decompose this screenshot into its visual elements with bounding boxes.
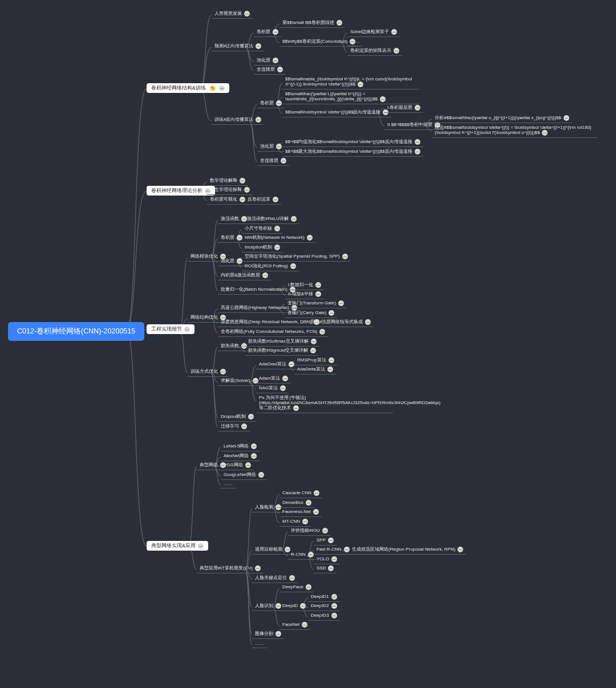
node-adadelta[interactable]: AdaDelta算法— xyxy=(294,365,336,374)
expand-icon[interactable]: — xyxy=(300,603,306,609)
node-backprop[interactable]: 训练#反向传播算法— xyxy=(212,116,264,125)
expand-icon[interactable]: — xyxy=(184,327,190,332)
node-conv-layer-fwd[interactable]: 卷积层— xyxy=(254,28,281,37)
expand-icon[interactable]: — xyxy=(282,376,288,381)
node-deepid2[interactable]: DeepID2— xyxy=(308,602,340,611)
node-spp2[interactable]: SPP— xyxy=(314,536,337,545)
expand-icon[interactable]: — xyxy=(307,235,313,241)
node-ssd[interactable]: SSD— xyxy=(314,564,337,573)
node-deepface[interactable]: DeepFace— xyxy=(279,583,314,592)
branch-engineering[interactable]: 工程实现细节— xyxy=(147,324,194,334)
expand-icon[interactable]: — xyxy=(338,300,344,306)
node-sobel[interactable]: Sobel边缘检测算子— xyxy=(347,28,400,37)
node-iou[interactable]: 评价指标#IOU— xyxy=(288,527,331,536)
node-adam[interactable]: Adam算法— xyxy=(256,374,291,384)
node-lenet5[interactable]: LeNet-5网络— xyxy=(221,442,260,451)
node-yolo[interactable]: YOLO— xyxy=(314,555,340,564)
expand-icon[interactable]: — xyxy=(331,613,337,618)
node-conv-matrix[interactable]: 卷积运算的矩阵表示— xyxy=(347,47,402,56)
expand-icon[interactable]: — xyxy=(280,385,286,391)
expand-icon[interactable]: — xyxy=(542,130,548,136)
expand-icon[interactable]: — xyxy=(256,117,261,123)
node-conv-opt[interactable]: 卷积层— xyxy=(218,234,245,243)
node-partial-b[interactable]: $$\small\frac{\partial L}{\partial b^{(l… xyxy=(282,90,419,104)
node-relu[interactable]: 激活函数#ReLU详解— xyxy=(244,215,299,224)
branch-theory[interactable]: 卷积神经网络理论分析— xyxy=(147,186,215,196)
node-train-opt[interactable]: 训练方式优化— xyxy=(188,368,229,377)
expand-icon[interactable]: — xyxy=(276,144,282,149)
node-rcnn[interactable]: R-CNN— xyxy=(288,551,317,560)
node-spp[interactable]: 空间金字塔池化(Spatial Pyramid Pooling, SPP)— xyxy=(242,253,351,262)
expand-icon[interactable]: — xyxy=(245,462,251,468)
node-densebox[interactable]: DenseBox— xyxy=(279,499,314,508)
node-roi-pool[interactable]: ROI池化(ROI Polling)— xyxy=(242,262,299,271)
expand-icon[interactable]: — xyxy=(274,226,280,231)
node-dropout[interactable]: Dropout机制— xyxy=(218,413,257,422)
node-delta-recurse[interactable]: $$\small\boldsymbol \delta^{(l)}$$反向传递递推… xyxy=(282,108,391,117)
expand-icon[interactable]: — xyxy=(380,96,386,102)
expand-icon[interactable]: — xyxy=(302,622,307,628)
expand-icon[interactable]: — xyxy=(394,48,399,54)
expand-icon[interactable]: — xyxy=(310,348,316,353)
node-etc-nets[interactable]: …… xyxy=(221,480,236,488)
expand-icon[interactable]: — xyxy=(328,565,334,571)
node-nag[interactable]: NAG算法— xyxy=(256,384,289,393)
expand-icon[interactable]: — xyxy=(342,254,348,259)
node-fc-layer-fwd[interactable]: 全连接层— xyxy=(254,66,286,75)
node-conclusion[interactable]: 结论#$$\small\boldsymbol \delta^{(l)} = \b… xyxy=(432,124,597,138)
expand-icon[interactable]: — xyxy=(248,414,254,420)
node-googlenet[interactable]: GoogLeNet网络— xyxy=(221,471,267,480)
expand-icon[interactable]: — xyxy=(289,361,294,367)
node-analysis[interactable]: 分析#$$\small\frac{\partial u_{ij}^{(l+1)}… xyxy=(432,114,572,123)
node-carry-gate[interactable]: 直输门(Carry Gate)— xyxy=(285,309,337,318)
expand-icon[interactable]: — xyxy=(244,187,250,193)
node-pool-opt[interactable]: 池化层— xyxy=(218,257,245,266)
node-transfer[interactable]: 迁移学习— xyxy=(218,422,250,431)
branch-structure-training[interactable]: 卷积神经网络结构&训练 ✎ — xyxy=(147,83,229,93)
node-math-theory[interactable]: 数学理论解释— xyxy=(207,177,248,186)
expand-icon[interactable]: — xyxy=(290,263,296,269)
node-bio-theory[interactable]: 仿生学理论探释— xyxy=(207,186,253,195)
node-obj-detect[interactable]: 通用目标检测— xyxy=(252,545,293,555)
expand-icon[interactable]: — xyxy=(331,603,337,609)
expand-icon[interactable]: — xyxy=(306,500,311,506)
expand-icon[interactable]: — xyxy=(273,29,278,35)
expand-icon[interactable]: — xyxy=(457,547,463,552)
node-alexnet[interactable]: AlexNet网络— xyxy=(221,452,260,461)
node-conv-overview[interactable]: 第$$\small l$$卷积层综述— xyxy=(279,19,345,28)
expand-icon[interactable]: — xyxy=(277,67,283,72)
node-deepid1[interactable]: DeepID1— xyxy=(308,593,340,602)
node-fc-layer-bp[interactable]: 全连接层— xyxy=(257,157,289,166)
node-deepid3[interactable]: DeepID3— xyxy=(308,612,340,621)
expand-icon[interactable]: — xyxy=(220,369,226,374)
expand-icon[interactable]: — xyxy=(244,11,250,17)
expand-icon[interactable]: — xyxy=(319,329,325,335)
expand-icon[interactable]: — xyxy=(219,86,225,91)
expand-icon[interactable]: — xyxy=(276,100,282,106)
node-last-conv[interactable]: I.卷积最后层— xyxy=(384,104,423,113)
node-drn-principle[interactable]: 原理#浅层网络恒等式集成— xyxy=(307,318,374,327)
node-softmax-ce[interactable]: 损失函数#Softmax交叉熵详解— xyxy=(245,337,319,347)
node-vgg[interactable]: VGG网络— xyxy=(221,461,254,470)
expand-icon[interactable]: — xyxy=(415,139,420,145)
expand-icon[interactable]: — xyxy=(329,357,334,363)
expand-icon[interactable]: — xyxy=(313,509,319,515)
expand-icon[interactable]: — xyxy=(308,552,314,557)
expand-icon[interactable]: — xyxy=(274,245,280,250)
node-inception[interactable]: Inception机制— xyxy=(242,243,283,253)
node-adagrad[interactable]: AdaGrad算法— xyxy=(256,360,297,369)
expand-icon[interactable]: — xyxy=(415,105,420,111)
node-facenet[interactable]: FaceNet— xyxy=(279,621,310,630)
expand-icon[interactable]: — xyxy=(328,538,334,543)
node-conv-layer-bp[interactable]: 卷积层— xyxy=(257,99,285,108)
expand-icon[interactable]: — xyxy=(314,490,319,496)
expand-icon[interactable]: — xyxy=(391,29,397,35)
node-bn-norm[interactable]: I.数据归一化— xyxy=(285,281,324,290)
expand-icon[interactable]: — xyxy=(315,291,321,297)
root-node[interactable]: C012-卷积神经网络(CNN)-20200515 xyxy=(8,322,144,341)
node-mtcnn[interactable]: MT-CNN— xyxy=(279,518,311,527)
node-etc-cv[interactable]: …… xyxy=(252,640,267,648)
node-conv-visualize[interactable]: 卷积层可视化— xyxy=(207,196,248,205)
node-small-kernel[interactable]: 小尺寸卷积核— xyxy=(242,225,283,234)
expand-icon[interactable]: — xyxy=(198,543,204,549)
